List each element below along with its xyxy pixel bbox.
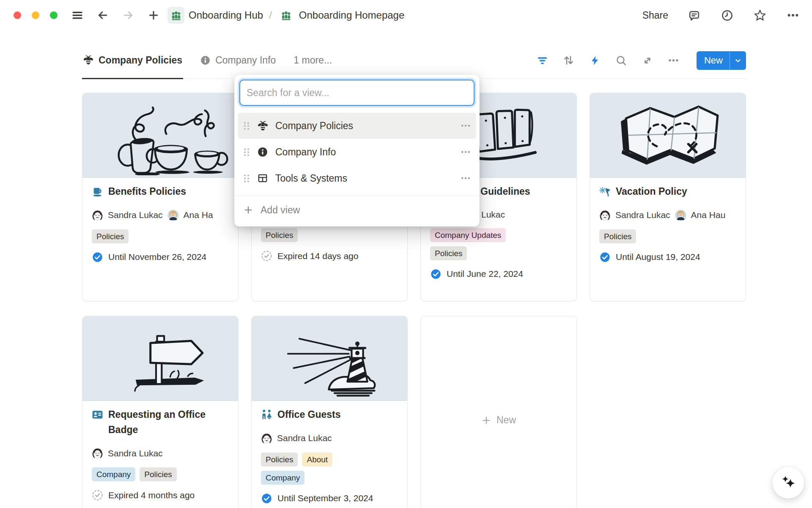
close-window-button[interactable] [14, 11, 21, 19]
history-clock-icon[interactable] [720, 8, 734, 22]
back-icon[interactable] [96, 8, 110, 22]
tab-label: Company Policies [99, 55, 182, 66]
tag: Policies [599, 229, 636, 243]
breadcrumb-separator: / [269, 9, 272, 21]
table-icon [257, 173, 269, 184]
tag: Policies [140, 467, 176, 481]
menu-divider [234, 196, 480, 196]
card-vacation-policy[interactable]: Vacation Policy Sandra Lukac Ana Hau Pol… [590, 93, 746, 301]
person-name: Sandra Lukac [615, 210, 670, 220]
person-name: Lukac [481, 210, 505, 220]
favorite-star-icon[interactable] [753, 8, 767, 22]
comments-icon[interactable] [687, 8, 701, 22]
bee-icon [83, 55, 94, 66]
verified-badge-icon [92, 251, 103, 263]
breadcrumb-current[interactable]: Onboarding Homepage [299, 9, 405, 21]
item-options-icon[interactable] [460, 120, 471, 131]
tag-row: Policies [92, 229, 229, 243]
tag: Company Updates [430, 228, 506, 242]
card-requesting-office-badge[interactable]: Requesting an Office Badge Sandra Lukac … [82, 316, 239, 508]
person-name: Ana Hau [691, 210, 726, 220]
tag: Company [92, 467, 135, 481]
status-row: Expired 14 days ago [261, 250, 398, 262]
person-name: Sandra Lukac [277, 433, 332, 443]
plus-icon [243, 205, 253, 215]
window-titlebar: Onboarding Hub / Onboarding Homepage Sha… [0, 0, 812, 30]
forward-icon[interactable] [121, 8, 135, 22]
new-button[interactable]: New [697, 51, 746, 70]
card-title: Vacation Policy [599, 184, 736, 199]
person-row: Sandra Lukac Ana Ha [92, 210, 229, 221]
drag-handle-icon[interactable] [243, 173, 251, 184]
tab-more-views[interactable]: 1 more... [293, 42, 333, 79]
menu-item-company-policies[interactable]: Company Policies [238, 113, 476, 139]
tag-row: Company [261, 471, 398, 485]
info-icon [200, 55, 211, 66]
view-more-icon[interactable] [668, 55, 680, 66]
item-options-icon[interactable] [460, 146, 471, 157]
status-row: Until November 26, 2024 [92, 251, 229, 263]
menu-item-tools-systems[interactable]: Tools & Systems [238, 165, 476, 191]
tag-row: Policies [599, 229, 736, 243]
search-icon[interactable] [615, 55, 627, 66]
sort-icon[interactable] [563, 55, 575, 66]
zoom-window-button[interactable] [50, 11, 58, 19]
item-options-icon[interactable] [460, 173, 471, 184]
tab-company-policies[interactable]: Company Policies [82, 42, 183, 79]
view-tabbar: Company Policies Company Info 1 more... [82, 42, 746, 79]
chevron-down-icon[interactable] [730, 51, 746, 70]
tag: Policies [261, 228, 298, 242]
new-item-card[interactable]: New [420, 316, 577, 508]
avatar-sandra [92, 210, 103, 221]
vacation-icon [599, 186, 611, 197]
menu-item-label: Company Info [275, 146, 336, 158]
tag-row: Company Updates [430, 228, 567, 242]
menu-item-company-info[interactable]: Company Info [238, 139, 476, 165]
menu-item-label: Tools & Systems [275, 173, 347, 184]
automations-lightning-icon[interactable] [589, 55, 601, 66]
share-button[interactable]: Share [642, 10, 668, 21]
view-search-input[interactable] [239, 80, 475, 106]
status-row: Until August 19, 2024 [599, 251, 736, 263]
plus-icon [481, 415, 491, 425]
new-item-label: New [497, 414, 516, 426]
verified-badge-icon [261, 493, 272, 504]
info-icon [257, 146, 269, 157]
drag-handle-icon[interactable] [243, 147, 251, 157]
tag: About [302, 453, 332, 467]
menu-item-label: Company Policies [275, 120, 353, 132]
avatar-sandra [261, 433, 272, 444]
traffic-lights [14, 11, 58, 19]
sparkles-icon [779, 473, 798, 492]
person-row: Sandra Lukac [261, 433, 398, 444]
breadcrumb-root[interactable]: Onboarding Hub [189, 9, 263, 21]
more-options-icon[interactable] [786, 8, 800, 22]
card-title: Office Guests [261, 407, 398, 422]
onboarding-homepage-page-icon [278, 7, 295, 24]
card-benefits-policies[interactable]: Benefits Policies Sandra Lukac Ana Ha Po… [82, 93, 239, 301]
person-name: Sandra Lukac [108, 210, 163, 220]
status-row: Until September 3, 2024 [261, 493, 398, 504]
person-row: Sandra Lukac [92, 447, 229, 459]
avatar-ana [675, 210, 686, 221]
tag: Policies [430, 246, 467, 260]
card-office-guests[interactable]: Office Guests Sandra Lukac Policies Abou… [251, 316, 408, 508]
person-name: Ana Ha [184, 210, 213, 220]
drag-handle-icon[interactable] [243, 121, 251, 131]
sidebar-menu-icon[interactable] [70, 8, 85, 22]
person-name: Sandra Lukac [108, 448, 163, 458]
status-row: Until June 22, 2024 [430, 268, 567, 280]
card-title: Benefits Policies [92, 184, 229, 199]
notion-ai-button[interactable] [772, 467, 804, 499]
breadcrumb: Onboarding Hub / Onboarding Homepage [167, 7, 404, 24]
add-view-button[interactable]: Add view [234, 197, 480, 223]
verified-badge-icon [599, 251, 611, 263]
avatar-sandra [92, 447, 103, 459]
filter-icon[interactable] [537, 55, 549, 66]
minimize-window-button[interactable] [32, 11, 39, 19]
tab-company-info[interactable]: Company Info [199, 42, 277, 79]
lighthouse-illustration [252, 316, 407, 401]
new-page-icon[interactable] [146, 8, 161, 22]
expand-icon[interactable] [642, 55, 653, 66]
status-row: Expired 4 months ago [92, 489, 229, 501]
